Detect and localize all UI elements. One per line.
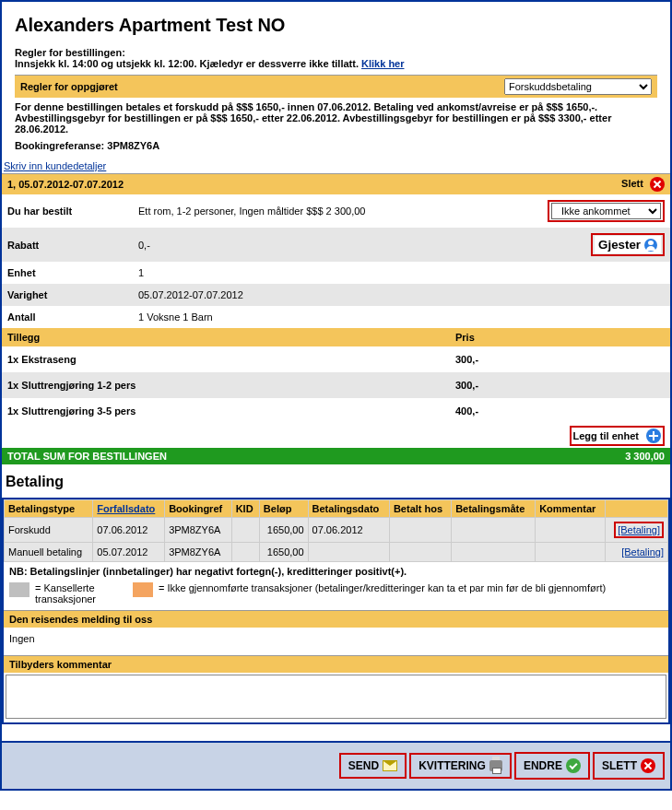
th-due[interactable]: Forfallsdato <box>93 500 165 518</box>
plus-icon[interactable] <box>646 428 661 443</box>
customer-details-link[interactable]: Skriv inn kundedetaljer <box>4 160 670 173</box>
booking-ref-label: Bookingreferanse: <box>15 140 104 151</box>
person-icon <box>644 239 657 252</box>
varighet-label: Varighet <box>7 289 138 300</box>
payment-row: Manuell betaling 05.07.2012 3PM8ZY6A 165… <box>5 543 668 562</box>
rules-link[interactable]: Klikk her <box>361 58 404 69</box>
add-unit-button[interactable]: Legg til enhet <box>573 430 640 441</box>
varighet-value: 05.07.2012-07.07.2012 <box>138 289 665 300</box>
kvittering-button[interactable]: KVITTERING <box>413 756 508 776</box>
endre-button[interactable]: ENDRE <box>518 755 586 777</box>
th-type: Betalingstype <box>5 500 93 518</box>
legend-swatch-orange <box>133 582 153 597</box>
booking-header: 1, 05.07.2012-07.07.2012 <box>7 179 124 190</box>
addon-name: 1x Sluttrengjøring 3-5 pers <box>7 405 455 417</box>
payment-heading: Betaling <box>6 474 670 490</box>
enhet-value: 1 <box>138 267 665 278</box>
rules-heading: Regler for bestillingen: <box>15 47 657 58</box>
addon-price: 300,- <box>455 354 478 365</box>
settlement-body: For denne bestillingen betales et forsku… <box>15 98 657 140</box>
th-comment: Kommentar <box>536 500 606 518</box>
th-method: Betalingsmåte <box>452 500 536 518</box>
antall-value: 1 Voksne 1 Barn <box>138 311 665 323</box>
antall-label: Antall <box>7 311 138 323</box>
addon-name: 1x Ekstraseng <box>7 354 455 365</box>
legend-swatch-grey <box>9 582 29 597</box>
rules-text: Innsjekk kl. 14:00 og utsjekk kl. 12:00.… <box>15 58 359 69</box>
th-paidat: Betalt hos <box>389 500 451 518</box>
th-paydate: Betalingsdato <box>308 500 389 518</box>
total-value: 3 300,00 <box>625 451 665 462</box>
enhet-label: Enhet <box>7 267 138 278</box>
delete-label[interactable]: Slett <box>621 178 643 189</box>
slett-button[interactable]: SLETT <box>596 755 661 777</box>
traveler-msg-value: Ingen <box>4 628 668 655</box>
print-icon <box>489 760 502 771</box>
total-label: TOTAL SUM FOR BESTILLINGEN <box>7 451 625 462</box>
close-icon[interactable] <box>650 177 665 192</box>
rabatt-label: Rabatt <box>7 240 138 251</box>
provider-comment-label: Tilbyders kommentar <box>4 655 668 673</box>
th-kid: KID <box>231 500 259 518</box>
ordered-value: Ett rom, 1-2 personer, Ingen måltider $$… <box>138 205 548 217</box>
send-button[interactable]: SEND <box>343 756 403 776</box>
payment-action-link[interactable]: [Betaling] <box>621 546 664 558</box>
page-title: Alexanders Apartment Test NO <box>15 15 657 36</box>
ordered-label: Du har bestilt <box>7 205 138 217</box>
payment-row: Forskudd 07.06.2012 3PM8ZY6A 1650,00 07.… <box>5 518 668 543</box>
payment-table: Betalingstype Forfallsdato Bookingref KI… <box>4 499 668 562</box>
settlement-heading: Regler for oppgjøret <box>20 81 118 92</box>
provider-comment-input[interactable] <box>6 675 666 719</box>
close-icon <box>641 758 655 773</box>
addon-price: 300,- <box>455 380 478 391</box>
addons-tillegg-header: Tillegg <box>7 332 455 343</box>
check-icon <box>566 758 581 773</box>
status-select[interactable]: Ikke ankommet <box>551 203 661 219</box>
addons-pris-header: Pris <box>455 332 475 343</box>
legend-pending: = Ikke gjennomførte transaksjoner (betal… <box>159 582 663 593</box>
settlement-select[interactable]: Forskuddsbetaling <box>504 78 652 95</box>
guests-button[interactable]: Gjester <box>595 236 661 253</box>
envelope-icon <box>383 760 397 771</box>
booking-ref-value: 3PM8ZY6A <box>107 140 159 151</box>
th-ref: Bookingref <box>165 500 232 518</box>
addon-name: 1x Sluttrengjøring 1-2 pers <box>7 380 455 391</box>
rabatt-value: 0,- <box>138 240 591 251</box>
addon-price: 400,- <box>455 405 478 417</box>
payment-action-link[interactable]: [Betaling] <box>618 524 660 535</box>
traveler-msg-label: Den reisendes melding til oss <box>4 610 668 628</box>
th-action <box>605 500 667 518</box>
th-amount: Beløp <box>259 500 308 518</box>
payment-note: NB: Betalingslinjer (innbetalinger) har … <box>4 562 668 581</box>
legend-cancelled: = Kansellerte transaksjoner <box>35 582 127 605</box>
